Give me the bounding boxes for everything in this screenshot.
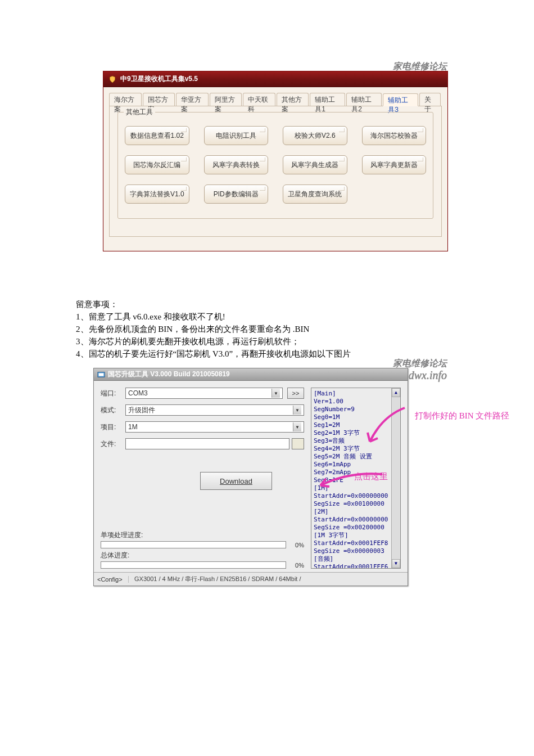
log-line: Seg1=2M — [314, 421, 398, 429]
tab-huaya[interactable]: 华亚方案 — [176, 93, 209, 106]
tool-grid: 数据信息查看1.02 电阻识别工具 校验大师V2.6 海尔国芯校验器 国芯海尔反… — [125, 123, 426, 204]
tab-other[interactable]: 其他方案 — [277, 93, 309, 106]
download-button[interactable]: Download — [200, 472, 272, 490]
app2-right-panel: [Main] Ver=1.00 SegNumber=9 Seg0=1M Seg1… — [311, 388, 401, 569]
app2-body: 端口: COM3 ▼ >> 模式: 升级固件 ▼ 项目: 1M ▼ — [94, 381, 408, 572]
tab-zhongtian[interactable]: 中天联科 — [243, 93, 275, 106]
tool-disasm[interactable]: 国芯海尔反汇编 — [125, 155, 189, 174]
notes-section: 留意事项： 1、留意了工具 v6.0.exe 和接收联不了机! 2、先备份原机顶… — [76, 298, 452, 360]
overall-progress-pct: 0% — [289, 562, 304, 569]
scroll-down-icon[interactable]: ▼ — [392, 559, 400, 568]
log-line: Seg7=2mApp — [314, 469, 398, 476]
log-line: SegSize =0x00200000 — [314, 524, 398, 532]
notes-heading: 留意事项： — [76, 298, 452, 310]
port-refresh-button[interactable]: >> — [287, 388, 304, 399]
app1-tab-content: 其他工具 数据信息查看1.02 电阻识别工具 校验大师V2.6 海尔国芯校验器 … — [109, 106, 442, 237]
tab-aux2[interactable]: 辅助工具2 — [346, 93, 382, 106]
tool-sat-angle[interactable]: 卫星角度查询系统 — [283, 184, 347, 204]
app1-titlebar: 中9卫星接收机工具集v5.5 — [103, 71, 447, 87]
log-line: [Main] — [314, 390, 398, 398]
chevron-down-icon: ▼ — [271, 389, 280, 398]
tab-ali[interactable]: 阿里方案 — [210, 93, 242, 106]
mode-label: 模式: — [101, 406, 125, 415]
mode-value: 升级固件 — [128, 406, 155, 415]
item-select[interactable]: 1M ▼ — [125, 421, 304, 433]
app2-window: 国芯升级工具 V3.000 Build 2010050819 端口: COM3 … — [93, 368, 408, 586]
row-port: 端口: COM3 ▼ >> — [101, 388, 304, 399]
app1-tabbar: 海尔方案 国芯方案 华亚方案 阿里方案 中天联科 其他方案 辅助工具1 辅助工具… — [109, 93, 442, 106]
tool-resistor[interactable]: 电阻识别工具 — [204, 126, 269, 145]
single-progress-bar — [101, 541, 286, 548]
single-progress-pct: 0% — [289, 542, 304, 548]
tab-about[interactable]: 关于 — [419, 93, 441, 106]
log-line: Seg2=1M 3字节 — [314, 429, 398, 437]
row-item: 项目: 1M ▼ — [101, 421, 304, 433]
app2-titlebar: 国芯升级工具 V3.000 Build 2010050819 — [94, 368, 408, 381]
app1-body: 海尔方案 国芯方案 华亚方案 阿里方案 中天联科 其他方案 辅助工具1 辅助工具… — [103, 87, 447, 251]
log-line: Seg0=1M — [314, 413, 398, 421]
port-select[interactable]: COM3 ▼ — [125, 388, 283, 399]
log-line: Ver=1.00 — [314, 398, 398, 406]
status-config: <Config> — [97, 576, 129, 583]
tool-verify-master[interactable]: 校验大师V2.6 — [283, 126, 347, 145]
log-line: StartAddr=0x0001FEF6 — [314, 563, 398, 569]
notes-line-1: 1、留意了工具 v6.0.exe 和接收联不了机! — [76, 310, 452, 323]
log-line: Seg6=1mApp — [314, 461, 398, 469]
app2-icon — [97, 371, 105, 379]
log-line: StartAddr=0x00000000 — [314, 516, 398, 524]
port-value: COM3 — [128, 389, 148, 397]
progress-area: 单项处理进度: 0% 总体进度: 0% — [101, 528, 304, 569]
log-line: Seg5=2M 音频 设置 — [314, 453, 398, 461]
tool-dict-replace[interactable]: 字典算法替换V1.0 — [125, 184, 189, 204]
tab-guoxin[interactable]: 国芯方案 — [143, 93, 175, 106]
log-line: Seg4=2M 3字节 — [314, 445, 398, 453]
single-progress-row: 单项处理进度: 0% — [101, 530, 304, 548]
item-value: 1M — [128, 423, 138, 431]
log-line: SegSize =0x00100000 — [314, 500, 398, 508]
tool-haier-verifier[interactable]: 海尔国芯校验器 — [362, 126, 427, 145]
tool-dict-convert[interactable]: 风寒字典表转换 — [204, 155, 269, 174]
log-box[interactable]: [Main] Ver=1.00 SegNumber=9 Seg0=1M Seg1… — [311, 388, 401, 569]
app1-title: 中9卫星接收机工具集v5.5 — [120, 74, 198, 84]
port-label: 端口: — [101, 389, 125, 398]
log-scrollbar[interactable]: ▲ ▼ — [391, 388, 400, 568]
overall-progress-label: 总体进度: — [101, 551, 304, 560]
tab-haier[interactable]: 海尔方案 — [109, 93, 142, 106]
log-line: Seg8=1FE — [314, 476, 398, 484]
file-input[interactable] — [125, 438, 289, 449]
log-line: SegNumber=9 — [314, 406, 398, 413]
group-legend: 其他工具 — [124, 107, 155, 117]
tab-aux3[interactable]: 辅助工具3 — [383, 93, 418, 106]
tool-dict-update[interactable]: 风寒字典更新器 — [362, 155, 427, 174]
overall-progress-row: 总体进度: 0% — [101, 551, 304, 569]
log-line: [2M] — [314, 508, 398, 516]
svg-rect-1 — [99, 373, 104, 376]
app2-left-panel: 端口: COM3 ▼ >> 模式: 升级固件 ▼ 项目: 1M ▼ — [101, 388, 304, 569]
file-label: 文件: — [101, 439, 125, 449]
app2-statusbar: <Config> GX3001 / 4 MHz / 串行-Flash / EN2… — [94, 572, 408, 586]
single-progress-label: 单项处理进度: — [101, 530, 304, 540]
tool-dict-gen[interactable]: 风寒字典生成器 — [283, 155, 347, 174]
log-line: StartAddr=0x00000000 — [314, 492, 398, 500]
row-mode: 模式: 升级固件 ▼ — [101, 404, 304, 416]
mode-select[interactable]: 升级固件 ▼ — [125, 404, 304, 416]
row-file: 文件: — [101, 438, 304, 449]
log-line: [1M] — [314, 484, 398, 492]
chevron-down-icon: ▼ — [293, 406, 301, 415]
file-browse-button[interactable] — [292, 438, 304, 449]
notes-line-3: 3、海尔芯片的刷机要先翻开接收机电源，再运行刷机软件； — [76, 335, 452, 348]
status-chipinfo: GX3001 / 4 MHz / 串行-Flash / EN25B16 / SD… — [134, 575, 404, 583]
tool-data-info[interactable]: 数据信息查看1.02 — [125, 126, 189, 145]
tool-pid-editor[interactable]: PID参数编辑器 — [204, 184, 269, 204]
log-line: [音频] — [314, 555, 398, 563]
item-label: 项目: — [101, 422, 125, 432]
tab-aux1[interactable]: 辅助工具1 — [310, 93, 345, 106]
notes-line-2: 2、先备份原机顶盒的 BIN，备份出来的文件名要重命名为 .BIN — [76, 323, 452, 335]
chevron-down-icon: ▼ — [293, 422, 301, 431]
shield-icon — [108, 75, 117, 84]
scroll-up-icon[interactable]: ▲ — [392, 388, 400, 397]
app1-window: 中9卫星接收机工具集v5.5 海尔方案 国芯方案 华亚方案 阿里方案 中天联科 … — [103, 71, 448, 251]
other-tools-group: 其他工具 数据信息查看1.02 电阻识别工具 校验大师V2.6 海尔国芯校验器 … — [117, 112, 433, 219]
log-line: Seg3=音频 — [314, 437, 398, 445]
log-line: SegSize =0x00000003 — [314, 547, 398, 555]
